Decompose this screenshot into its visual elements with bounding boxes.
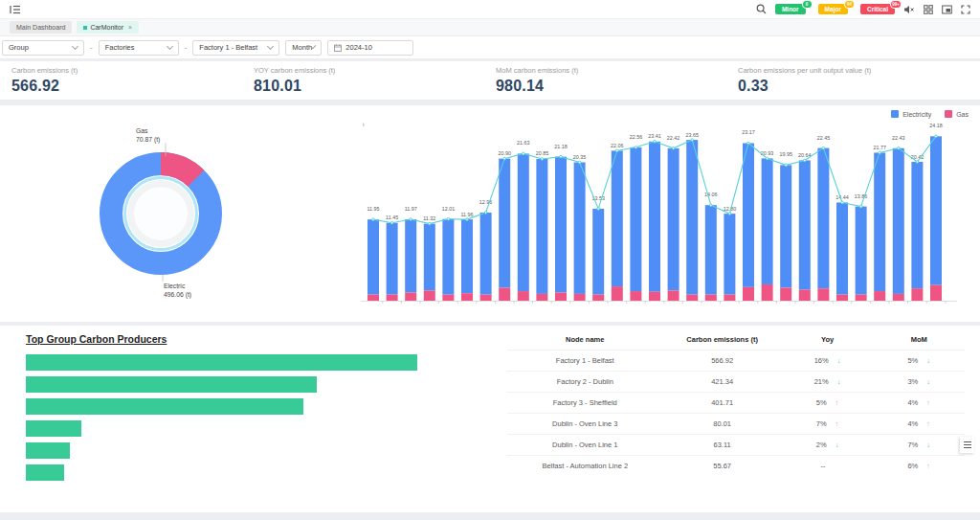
- top-producers-title: Top Group Carbon Producers: [26, 333, 490, 345]
- date-picker-value: 2024-10: [345, 43, 372, 52]
- search-icon[interactable]: [756, 4, 767, 14]
- producer-bar[interactable]: [26, 354, 417, 371]
- emissions-cell: 421.34: [663, 372, 782, 393]
- table-row[interactable]: Dublin - Oven Line 1 63.11 2%↓ 7%↓: [507, 435, 965, 456]
- col-yoy: Yoy: [782, 329, 874, 350]
- yoy-cell: 16%↓: [782, 350, 874, 372]
- factory-select[interactable]: Factory 1 - Belfast: [192, 40, 279, 56]
- kpi-card: Carbon emissions per unit output value (…: [738, 66, 980, 95]
- svg-text:19.95: 19.95: [779, 151, 792, 157]
- producer-bar[interactable]: [26, 420, 81, 437]
- svg-text:12.01: 12.01: [442, 206, 456, 212]
- alarm-badge-label: Minor: [782, 4, 799, 14]
- svg-text:24.18: 24.18: [929, 123, 943, 128]
- chevron-down-icon: [267, 43, 274, 50]
- mom-trend-arrow-icon: ↑: [926, 462, 930, 470]
- dashboard-tab[interactable]: Main Dashboard: [10, 21, 72, 34]
- table-row[interactable]: Factory 3 - Sheffield 401.71 5%↑ 4%↑: [507, 393, 965, 414]
- yoy-cell: 2%↓: [782, 435, 874, 456]
- kpi-value: 566.92: [11, 78, 254, 95]
- alarm-badge[interactable]: Critical99+: [860, 4, 895, 14]
- kpi-value: 810.01: [254, 78, 496, 95]
- svg-text:22.56: 22.56: [630, 134, 643, 140]
- svg-text:22.42: 22.42: [667, 135, 680, 141]
- daily-emissions-chart[interactable]: t 11.9511.4511.9711.3212.0111.9612.9620.…: [359, 113, 962, 316]
- svg-text:11.96: 11.96: [460, 212, 473, 217]
- emissions-cell: 55.67: [663, 456, 782, 477]
- svg-text:22.06: 22.06: [611, 143, 624, 148]
- menu-fold-icon[interactable]: [10, 5, 21, 14]
- kpi-label: Carbon emissions per unit output value (…: [738, 66, 980, 75]
- kpi-value: 0.33: [738, 78, 980, 95]
- top-producers-chart[interactable]: [26, 354, 490, 481]
- mom-cell: 7%↓: [873, 435, 965, 456]
- kpi-row: Carbon emissions (t) 566.92 YOY carbon e…: [0, 61, 980, 100]
- date-picker[interactable]: 2024-10: [327, 40, 413, 56]
- gas-slice-value: 70.87 (t): [136, 136, 160, 144]
- mom-trend-arrow-icon: ↓: [926, 377, 930, 386]
- kpi-card: YOY carbon emissions (t) 810.01: [254, 66, 496, 95]
- chevron-down-icon: [311, 44, 317, 50]
- table-row[interactable]: Factory 2 - Dublin 421.34 21%↓ 3%↓: [507, 372, 965, 393]
- alarm-count-badge: 0: [802, 0, 813, 9]
- header-actions: Minor0 Major64 Critical99+: [756, 4, 970, 14]
- energy-split-donut-chart[interactable]: Gas 70.87 (t) Electric 496.06 (t): [0, 105, 330, 322]
- svg-text:21.63: 21.63: [517, 140, 530, 146]
- screen-switch-icon[interactable]: [942, 5, 952, 14]
- alarm-badge[interactable]: Minor0: [775, 4, 806, 14]
- svg-text:11.95: 11.95: [367, 206, 379, 212]
- emissions-cell: 80.01: [663, 414, 782, 435]
- emissions-cell: 401.71: [663, 393, 782, 414]
- svg-text:20.35: 20.35: [573, 154, 587, 160]
- alarm-badges: Minor0 Major64 Critical99+: [775, 4, 895, 14]
- alarm-badge[interactable]: Major64: [818, 4, 848, 14]
- svg-text:11.97: 11.97: [405, 206, 417, 212]
- app-grid-icon[interactable]: [924, 5, 933, 14]
- fullscreen-icon[interactable]: [961, 5, 970, 14]
- node-name-cell: Factory 3 - Sheffield: [507, 393, 663, 414]
- table-header-row: Node name Carbon emissions (t) Yoy MoM: [507, 329, 965, 350]
- table-row[interactable]: Dublin - Oven Line 3 80.01 7%↑ 4%↑: [507, 414, 965, 435]
- period-select-value: Month: [292, 43, 312, 52]
- node-name-cell: Dublin - Oven Line 3: [507, 414, 663, 435]
- svg-text:11.45: 11.45: [386, 215, 398, 220]
- bottom-section: Top Group Carbon Producers Node name Car…: [0, 326, 980, 512]
- yoy-trend-arrow-icon: ↑: [835, 419, 839, 428]
- tab-label: CarMonitor: [90, 24, 123, 31]
- period-select[interactable]: Month: [285, 40, 322, 56]
- mom-cell: 5%↓: [873, 350, 965, 372]
- producer-bar[interactable]: [26, 376, 317, 393]
- mom-trend-arrow-icon: ↑: [926, 419, 930, 428]
- mom-trend-arrow-icon: ↓: [926, 356, 930, 365]
- svg-text:14.06: 14.06: [704, 192, 718, 197]
- alarm-badge-label: Major: [825, 4, 841, 14]
- emissions-cell: 63.11: [663, 435, 782, 456]
- yoy-cell: --: [782, 456, 874, 477]
- factory-select-value: Factory 1 - Belfast: [199, 43, 257, 52]
- alarm-count-badge: 64: [844, 0, 855, 9]
- node-name-cell: Factory 2 - Dublin: [507, 372, 663, 393]
- alarm-count-badge: 99+: [890, 0, 902, 9]
- svg-text:21.77: 21.77: [873, 145, 886, 150]
- dashboard-tab[interactable]: CarMonitor×: [77, 21, 139, 34]
- side-drawer-handle[interactable]: [960, 437, 974, 453]
- node-name-cell: Dublin - Oven Line 1: [507, 435, 663, 456]
- producer-bar[interactable]: [26, 442, 70, 459]
- table-row[interactable]: Factory 1 - Belfast 566.92 16%↓ 5%↓: [507, 350, 965, 372]
- mute-icon[interactable]: [903, 5, 915, 14]
- yoy-trend-arrow-icon: ↓: [837, 356, 841, 365]
- table-row[interactable]: Belfast - Automation Line 2 55.67 -- 6%↑: [507, 456, 965, 477]
- producer-bar[interactable]: [26, 464, 64, 481]
- kpi-card: Carbon emissions (t) 566.92: [11, 66, 254, 95]
- group-select[interactable]: Group: [2, 40, 84, 56]
- producers-table-panel: Node name Carbon emissions (t) Yoy MoM F…: [490, 326, 980, 512]
- svg-text:22.45: 22.45: [817, 135, 831, 141]
- producer-bar[interactable]: [26, 398, 303, 415]
- kpi-card: MoM carbon emissions (t) 980.14: [496, 66, 738, 95]
- factories-select[interactable]: Factories: [99, 40, 179, 56]
- producers-table: Node name Carbon emissions (t) Yoy MoM F…: [507, 329, 965, 476]
- col-carbon-emissions: Carbon emissions (t): [663, 329, 782, 350]
- tab-close-icon[interactable]: ×: [128, 24, 132, 31]
- mom-trend-arrow-icon: ↓: [926, 441, 930, 449]
- yoy-cell: 7%↑: [782, 414, 874, 435]
